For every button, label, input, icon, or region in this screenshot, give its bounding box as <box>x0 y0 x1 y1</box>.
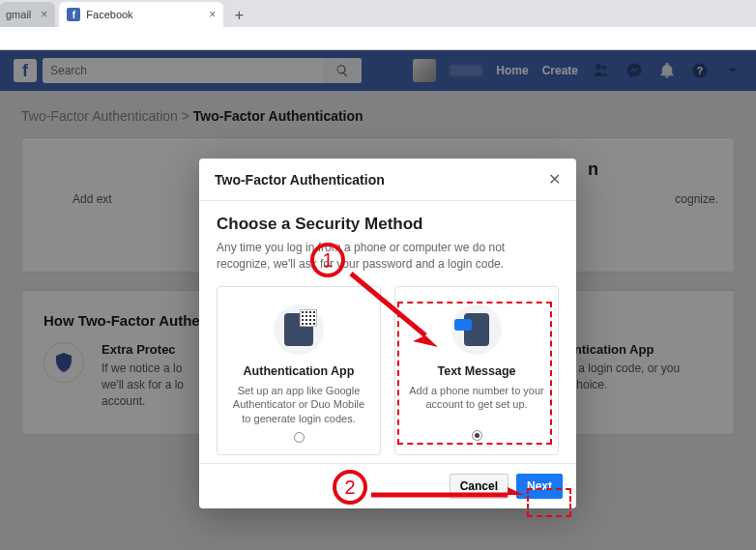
browser-tab-facebook[interactable]: f Facebook × <box>59 2 223 27</box>
option-desc: Set up an app like Google Authenticator … <box>227 384 370 427</box>
close-icon[interactable]: × <box>209 8 216 21</box>
new-tab-button[interactable]: + <box>227 4 250 27</box>
browser-tabstrip: gmail × f Facebook × + <box>0 0 756 27</box>
radio-auth-app[interactable] <box>294 432 305 443</box>
close-icon[interactable]: × <box>41 8 47 21</box>
option-title: Authentication App <box>227 364 370 378</box>
option-authentication-app[interactable]: Authentication App Set up an app like Go… <box>217 286 381 456</box>
option-text-message[interactable]: Text Message Add a phone number to your … <box>394 286 559 456</box>
next-button[interactable]: Next <box>516 474 563 499</box>
close-icon[interactable]: ✕ <box>548 170 561 188</box>
modal-lead: Any time you log in from a phone or comp… <box>217 240 559 273</box>
browser-address-bar <box>0 27 756 50</box>
option-title: Text Message <box>405 364 548 378</box>
two-factor-modal: Two-Factor Authentication ✕ Choose a Sec… <box>199 159 576 508</box>
tab-label: Facebook <box>86 9 132 20</box>
tab-label: gmail <box>6 9 31 20</box>
auth-app-icon <box>284 313 313 346</box>
cancel-button[interactable]: Cancel <box>450 474 509 499</box>
browser-tab-gmail[interactable]: gmail × <box>0 2 55 27</box>
option-desc: Add a phone number to your account to ge… <box>405 384 548 424</box>
sms-icon <box>464 313 489 346</box>
modal-heading: Choose a Security Method <box>217 215 559 234</box>
facebook-favicon-icon: f <box>67 8 80 21</box>
modal-title: Two-Factor Authentication <box>215 172 385 188</box>
radio-text-message[interactable] <box>472 430 482 441</box>
